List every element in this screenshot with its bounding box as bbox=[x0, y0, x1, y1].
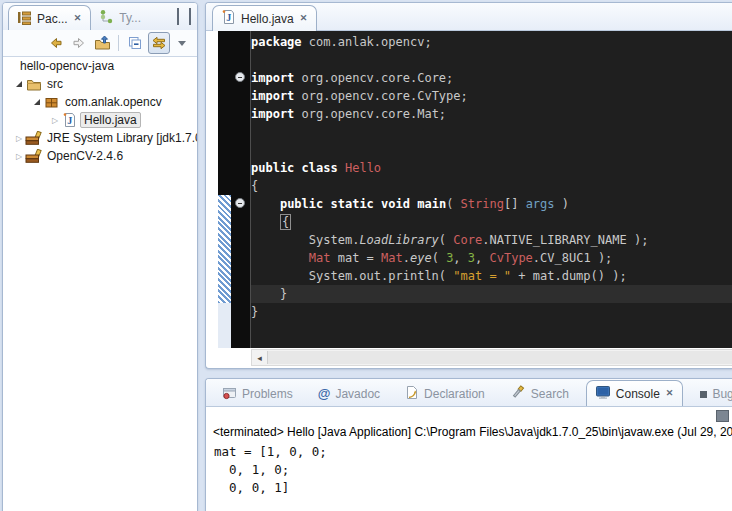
library-icon bbox=[25, 131, 42, 146]
scroll-left-arrow-icon[interactable]: ◂ bbox=[252, 353, 267, 363]
code-line bbox=[251, 141, 732, 159]
bug-square-icon bbox=[700, 387, 707, 401]
tab-label: Problems bbox=[242, 387, 293, 401]
tree-item-label: OpenCV-2.4.6 bbox=[44, 148, 126, 164]
svg-text:J: J bbox=[67, 115, 72, 126]
collapsed-arrow-icon[interactable]: ▷ bbox=[49, 116, 61, 125]
collapsed-triangle: ▷ bbox=[16, 152, 22, 161]
problems-icon bbox=[222, 386, 237, 403]
back-button[interactable] bbox=[46, 33, 66, 53]
code-line: System.LoadLibrary( Core.NATIVE_LIBRARY_… bbox=[251, 231, 732, 249]
scrollbar-thumb[interactable] bbox=[267, 351, 732, 364]
package-explorer-icon bbox=[17, 10, 32, 28]
tab-label: Declaration bbox=[424, 387, 485, 401]
tree-item-label: JRE System Library [jdk1.7.0 bbox=[44, 130, 197, 146]
code-line bbox=[251, 51, 732, 69]
close-icon[interactable]: ✕ bbox=[73, 13, 83, 24]
code-line: public static void main( String[] args ) bbox=[251, 195, 732, 213]
tree-item-hello-java[interactable]: ▷JHello.java bbox=[3, 111, 197, 129]
console-view: Problems@JavadocDeclarationSearchConsole… bbox=[205, 378, 732, 511]
editor-tabrow: JHello.java✕ bbox=[206, 3, 732, 31]
left-panel-tabrow: Pac...✕Ty... bbox=[3, 3, 197, 31]
tree-item-src[interactable]: src bbox=[3, 75, 197, 93]
tab-label: Hello.java bbox=[241, 12, 294, 26]
editor-code-area[interactable]: package com.anlak.opencv;import org.open… bbox=[251, 33, 732, 348]
method-range-indicator bbox=[218, 195, 231, 303]
tab-declaration[interactable]: Declaration bbox=[397, 382, 493, 406]
link-with-editor-button[interactable] bbox=[148, 32, 170, 54]
expanded-triangle bbox=[34, 99, 40, 105]
tree-item-opencv-2-4-6[interactable]: ▷OpenCV-2.4.6 bbox=[3, 147, 197, 165]
library-icon bbox=[25, 149, 42, 164]
code-line: package com.anlak.opencv; bbox=[251, 33, 732, 51]
range-indicator-trail bbox=[218, 303, 231, 348]
view-menu-button[interactable] bbox=[173, 33, 193, 53]
src-folder-icon bbox=[25, 77, 42, 92]
package-icon bbox=[43, 95, 60, 110]
javadoc-icon: @ bbox=[318, 387, 331, 401]
collapse-all-button[interactable] bbox=[125, 33, 145, 53]
tree-item-label: src bbox=[44, 76, 66, 92]
tab-hello-java[interactable]: JHello.java✕ bbox=[212, 5, 317, 31]
tab-problems[interactable]: Problems bbox=[214, 382, 301, 406]
expanded-triangle bbox=[16, 81, 22, 87]
folding-ruler[interactable] bbox=[231, 31, 251, 348]
toolbar-separator bbox=[118, 35, 119, 51]
type-hierarchy-icon bbox=[99, 9, 114, 27]
console-output-line: 0, 1, 0; bbox=[214, 461, 732, 479]
close-icon[interactable]: ✕ bbox=[665, 388, 675, 399]
console-output-line: mat = [1, 0, 0; bbox=[214, 443, 732, 461]
console-output-line: 0, 0, 1] bbox=[214, 479, 732, 497]
code-line: import org.opencv.core.Core; bbox=[251, 69, 732, 87]
tab-label: Ty... bbox=[119, 11, 141, 25]
collapsed-arrow-icon[interactable]: ▷ bbox=[13, 152, 25, 161]
bottom-panel-tabrow: Problems@JavadocDeclarationSearchConsole… bbox=[206, 379, 732, 407]
eclipse-window: Pac...✕Ty... hello-opencv-javasrccom.anl… bbox=[0, 0, 732, 511]
range-indicator-ruler[interactable] bbox=[218, 31, 231, 348]
close-icon[interactable]: ✕ bbox=[299, 13, 309, 24]
console-toolbar-icon[interactable] bbox=[716, 410, 729, 422]
tree-item-label: Hello.java bbox=[80, 112, 141, 128]
package-explorer-view: Pac...✕Ty... hello-opencv-javasrccom.anl… bbox=[2, 2, 198, 511]
declaration-icon bbox=[405, 385, 419, 403]
svg-text:J: J bbox=[226, 12, 231, 23]
collapsed-arrow-icon[interactable]: ▷ bbox=[13, 134, 25, 143]
tab-bug-explorer[interactable]: Bug Explorer bbox=[692, 382, 732, 406]
code-line: { bbox=[251, 213, 732, 231]
project-tree[interactable]: hello-opencv-javasrccom.anlak.opencv▷JHe… bbox=[3, 57, 197, 511]
tree-item-label: com.anlak.opencv bbox=[62, 94, 165, 110]
code-line bbox=[251, 123, 732, 141]
collapsed-triangle: ▷ bbox=[16, 134, 22, 143]
tab-type-hierarchy[interactable]: Ty... bbox=[91, 5, 149, 30]
forward-button[interactable] bbox=[69, 33, 89, 53]
fold-collapse-icon[interactable] bbox=[235, 72, 245, 82]
minimize-view-button[interactable] bbox=[177, 10, 179, 24]
editor-area: JHello.java✕ package com.anlak.opencv;im… bbox=[205, 2, 732, 369]
expanded-arrow-icon[interactable] bbox=[31, 99, 43, 105]
tree-item-hello-opencv-java[interactable]: hello-opencv-java bbox=[3, 57, 197, 75]
console-output[interactable]: mat = [1, 0, 0; 0, 1, 0; 0, 0, 1] bbox=[214, 443, 732, 511]
console-icon bbox=[595, 385, 611, 402]
tree-item-label: hello-opencv-java bbox=[17, 58, 117, 74]
java-file-icon: J bbox=[221, 9, 236, 28]
code-line: Mat mat = Mat.eye( 3, 3, CvType.CV_8UC1 … bbox=[251, 249, 732, 267]
tab-package-explorer[interactable]: Pac...✕ bbox=[8, 5, 91, 31]
search-icon bbox=[510, 385, 526, 403]
tab-javadoc[interactable]: @Javadoc bbox=[310, 382, 388, 406]
code-editor[interactable]: package com.anlak.opencv;import org.open… bbox=[218, 31, 732, 348]
expanded-arrow-icon[interactable] bbox=[13, 81, 25, 87]
tab-label: Console bbox=[616, 387, 660, 401]
editor-horizontal-scrollbar[interactable]: ◂ bbox=[251, 349, 732, 366]
tab-search[interactable]: Search bbox=[502, 382, 577, 406]
up-button[interactable] bbox=[92, 33, 112, 53]
tab-console[interactable]: Console✕ bbox=[586, 380, 684, 406]
code-line: import org.opencv.core.Mat; bbox=[251, 105, 732, 123]
tree-item-jre-system-library-jdk1-7-0[interactable]: ▷JRE System Library [jdk1.7.0 bbox=[3, 129, 197, 147]
code-line: public class Hello bbox=[251, 159, 732, 177]
collapsed-triangle: ▷ bbox=[52, 116, 58, 125]
fold-collapse-icon[interactable] bbox=[235, 198, 245, 208]
tree-item-com-anlak-opencv[interactable]: com.anlak.opencv bbox=[3, 93, 197, 111]
code-line: import org.opencv.core.CvType; bbox=[251, 87, 732, 105]
maximize-view-button[interactable] bbox=[189, 10, 191, 24]
tab-label: Pac... bbox=[37, 12, 68, 26]
